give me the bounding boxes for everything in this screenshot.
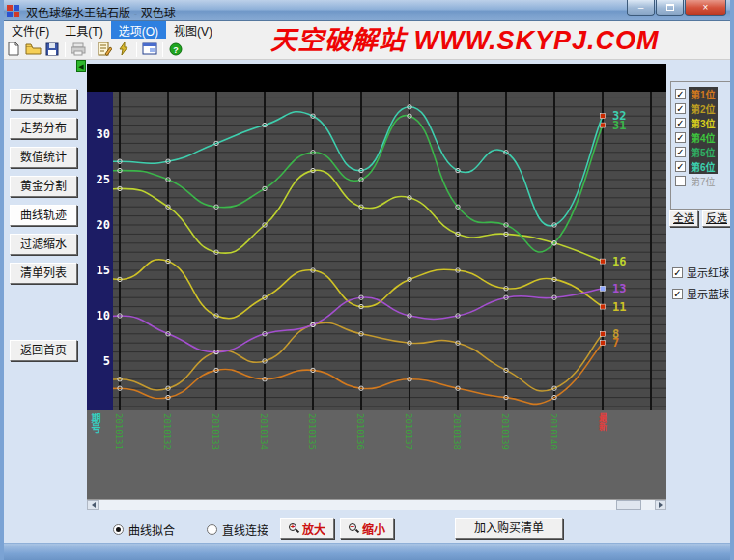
sidebar-button-4[interactable]: 曲线轨迹	[10, 205, 77, 226]
x-tick-label: 2010132	[162, 413, 172, 450]
series-end-label: 11	[612, 300, 626, 314]
x-tick-label: 最新	[597, 413, 609, 431]
y-tick-label: 5	[87, 354, 110, 368]
show-red-balls-label: 显示红球	[687, 265, 729, 280]
position-checkbox-row-3[interactable]: 第3位	[675, 116, 730, 130]
app-icon	[7, 4, 20, 17]
sidebar-button-5[interactable]: 过滤缩水	[10, 234, 77, 255]
toolbar-separator	[136, 42, 137, 57]
title-bar: 双色球缩水王钻石版 - 双色球 – ×	[0, 0, 734, 21]
show-red-balls-checkbox[interactable]: 显示红球	[672, 265, 729, 280]
maximize-button[interactable]	[656, 0, 684, 16]
sidebar-button-3[interactable]: 黄金分割	[10, 176, 77, 197]
checkbox-icon	[672, 267, 683, 278]
svg-text:?: ?	[173, 44, 179, 54]
help-icon[interactable]: ?	[166, 41, 185, 58]
scroll-left-arrow-icon[interactable]	[87, 500, 99, 510]
series-end-label: 8	[612, 327, 619, 341]
horizontal-scrollbar[interactable]	[87, 499, 666, 510]
checkbox-icon[interactable]	[675, 161, 686, 172]
curve-fit-label: 曲线拟合	[128, 521, 175, 538]
checkbox-icon[interactable]	[675, 89, 686, 99]
series-curve-第2位	[113, 322, 603, 391]
sidebar-home-button[interactable]: 返回首页	[10, 340, 77, 361]
position-label: 第6位	[689, 159, 718, 174]
new-file-icon[interactable]	[4, 41, 23, 58]
add-to-purchase-list-button[interactable]: 加入购买清单	[455, 518, 563, 539]
x-tick-label: 2010138	[452, 413, 462, 450]
edit-list-icon[interactable]	[95, 41, 114, 58]
sidebar-button-0[interactable]: 历史数据	[10, 89, 77, 110]
magnifier-plus-icon: +	[289, 523, 299, 534]
position-label: 第4位	[689, 130, 718, 145]
sidebar-button-2[interactable]: 数值统计	[10, 147, 77, 168]
menu-item-2[interactable]: 选项(O)	[111, 21, 166, 40]
window-view-icon[interactable]	[140, 41, 159, 58]
curve-fit-radio[interactable]: 曲线拟合	[113, 521, 175, 538]
x-tick-label: 2010137	[404, 413, 413, 450]
checkbox-icon[interactable]	[675, 118, 686, 128]
chart-panel: 51015202530 781116313213 期号 201013120101…	[87, 64, 666, 510]
x-tick-label: 2010131	[114, 413, 124, 450]
position-checkbox-row-4[interactable]: 第4位	[675, 130, 730, 145]
radio-selected-icon	[113, 524, 124, 535]
position-checkbox-row-2[interactable]: 第2位	[675, 101, 730, 116]
menu-item-0[interactable]: 文件(F)	[4, 21, 57, 40]
open-folder-icon[interactable]	[23, 41, 42, 58]
straight-line-radio[interactable]: 直线连接	[207, 521, 268, 538]
maximize-icon	[666, 4, 674, 11]
position-checkbox-row-1[interactable]: 第1位	[675, 87, 730, 101]
select-all-button[interactable]: 全选	[669, 210, 698, 227]
y-tick-label: 15	[87, 264, 110, 277]
checkbox-icon	[672, 289, 683, 299]
scrollbar-thumb[interactable]	[616, 500, 641, 510]
x-axis-label-area: 期号 2010131201013220101332010134201013520…	[87, 410, 666, 499]
close-button[interactable]: ×	[685, 0, 726, 16]
checkbox-icon[interactable]	[675, 176, 686, 186]
toolbar-separator	[162, 42, 163, 57]
lightning-icon[interactable]	[114, 41, 133, 58]
window-bottom-frame	[0, 543, 734, 560]
x-tick-label: 2010136	[355, 413, 365, 450]
toolbar-separator	[91, 42, 92, 57]
x-tick-label: 2010135	[307, 413, 317, 450]
sidebar-button-1[interactable]: 走势分布	[10, 118, 77, 139]
checkbox-icon[interactable]	[675, 147, 686, 157]
sidebar-button-6[interactable]: 清单列表	[10, 263, 77, 284]
menu-item-1[interactable]: 工具(T)	[57, 21, 110, 40]
x-tick-label: 2010133	[211, 413, 220, 450]
sidebar-collapse-arrow-icon[interactable]: ◀	[76, 60, 86, 72]
x-tick-label: 2010134	[259, 413, 268, 450]
checkbox-icon[interactable]	[675, 132, 686, 143]
x-axis-header: 期号	[88, 413, 102, 433]
scroll-right-arrow-icon[interactable]	[655, 500, 666, 510]
save-icon[interactable]	[42, 41, 62, 58]
straight-line-label: 直线连接	[222, 521, 268, 538]
toolbar-separator	[65, 42, 66, 57]
minimize-button[interactable]: –	[627, 0, 655, 16]
chart-grid: 781116313213	[113, 92, 666, 410]
show-blue-balls-checkbox[interactable]: 显示蓝球	[672, 286, 729, 301]
position-checkbox-row-6[interactable]: 第6位	[675, 159, 730, 174]
watermark-text: 天空破解站 WWW.SKYPJ.COM	[270, 19, 659, 57]
position-label: 第5位	[689, 145, 718, 159]
position-label: 第2位	[689, 101, 718, 116]
app-window: 双色球缩水王钻石版 - 双色球 – × 文件(F)工具(T)选项(O)视图(V)	[0, 0, 734, 560]
zoom-in-button[interactable]: + 放大	[280, 518, 334, 539]
checkbox-icon[interactable]	[675, 103, 686, 114]
menu-item-3[interactable]: 视图(V)	[166, 21, 220, 40]
y-axis: 51015202530	[87, 92, 113, 410]
print-icon[interactable]	[69, 41, 88, 58]
position-checkbox-row-5[interactable]: 第5位	[675, 145, 730, 159]
invert-selection-button[interactable]: 反选	[702, 210, 731, 227]
y-tick-label: 30	[87, 127, 110, 141]
position-label: 第7位	[689, 174, 718, 188]
position-checkbox-row-7[interactable]: 第7位	[675, 174, 730, 188]
chart-top-band	[87, 64, 666, 92]
y-tick-label: 20	[87, 218, 110, 232]
position-legend-box: 第1位第2位第3位第4位第5位第6位第7位	[670, 81, 731, 210]
curve-chart: 781116313213	[113, 92, 666, 410]
y-tick-label: 25	[87, 173, 110, 186]
series-curve-第5位	[113, 116, 603, 252]
zoom-out-button[interactable]: − 缩小	[340, 518, 394, 539]
